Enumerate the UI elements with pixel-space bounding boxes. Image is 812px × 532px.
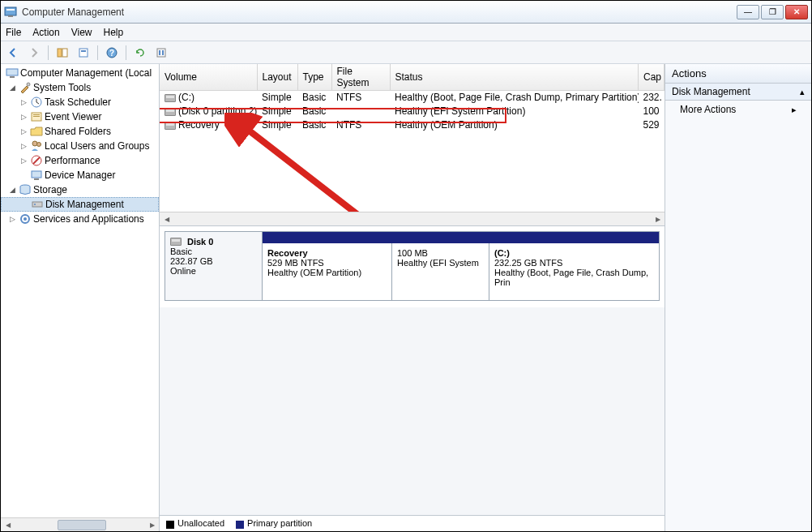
menu-help[interactable]: Help	[104, 27, 124, 38]
volume-row[interactable]: (C:) Simple Basic NTFS Healthy (Boot, Pa…	[160, 91, 665, 105]
svg-rect-23	[34, 178, 39, 180]
help-button[interactable]: ?	[103, 44, 121, 62]
partition-header-bar	[263, 232, 659, 243]
maximize-button[interactable]: ❐	[761, 5, 784, 19]
drive-icon	[165, 108, 176, 116]
drive-icon	[165, 122, 176, 130]
tree-system-tools[interactable]: ◢ System Tools	[1, 80, 159, 95]
tree-local-users[interactable]: ▷ Local Users and Groups	[1, 139, 159, 153]
device-icon	[30, 169, 43, 182]
drive-icon	[165, 94, 176, 102]
svg-rect-10	[159, 50, 160, 55]
close-button[interactable]: ✕	[785, 5, 808, 19]
svg-rect-22	[32, 171, 41, 178]
toolbar-button-5[interactable]	[152, 44, 170, 62]
svg-text:?: ?	[109, 49, 114, 58]
actions-group-disk-management[interactable]: Disk Management ▴	[665, 84, 811, 101]
tools-icon	[19, 81, 32, 94]
svg-rect-17	[33, 114, 40, 115]
svg-rect-25	[32, 202, 42, 207]
tree-shared-folders[interactable]: ▷ Shared Folders	[1, 124, 159, 139]
svg-rect-6	[81, 50, 86, 52]
tree-services[interactable]: ▷ Services and Applications	[1, 212, 159, 226]
svg-rect-12	[6, 69, 18, 75]
volume-row-highlighted[interactable]: Recovery Simple Basic NTFS Healthy (OEM …	[160, 118, 665, 132]
svg-point-19	[32, 141, 37, 146]
actions-pane: Actions Disk Management ▴ More Actions ▸	[665, 64, 811, 531]
storage-icon	[19, 183, 32, 196]
folder-share-icon	[30, 125, 43, 138]
menubar: File Action View Help	[1, 24, 811, 41]
forward-button[interactable]	[25, 44, 43, 62]
tree-task-scheduler[interactable]: ▷ Task Scheduler	[1, 95, 159, 109]
svg-point-26	[34, 204, 36, 205]
menu-action[interactable]: Action	[32, 27, 59, 38]
svg-rect-9	[157, 49, 165, 57]
show-hide-tree-button[interactable]	[53, 44, 71, 62]
partition-efi[interactable]: 100 MB Healthy (EFI System	[392, 243, 489, 300]
svg-rect-18	[33, 116, 40, 117]
svg-rect-11	[162, 50, 164, 55]
table-header-row: Volume Layout Type File System Status Ca…	[160, 64, 665, 91]
col-filesystem[interactable]: File System	[331, 64, 390, 91]
center-pane: Volume Layout Type File System Status Ca…	[160, 64, 665, 531]
disk-graphical-view: Disk 0 Basic 232.87 GB Online Recovery 5…	[160, 226, 665, 531]
collapse-icon: ▴	[800, 87, 805, 97]
disk-mgmt-icon	[31, 198, 44, 211]
minimize-button[interactable]: —	[737, 5, 759, 19]
disk-view-empty-area	[160, 307, 665, 515]
refresh-button[interactable]	[131, 44, 149, 62]
svg-rect-1	[6, 9, 15, 11]
tree-performance[interactable]: ▷ Performance	[1, 153, 159, 168]
actions-more-actions[interactable]: More Actions ▸	[665, 101, 811, 118]
chevron-right-icon: ▸	[792, 105, 797, 115]
users-icon	[30, 139, 43, 152]
tree-disk-management[interactable]: Disk Management	[1, 197, 159, 212]
tree-root[interactable]: Computer Management (Local	[1, 66, 159, 80]
volume-table: Volume Layout Type File System Status Ca…	[160, 64, 665, 132]
col-capacity[interactable]: Cap	[639, 64, 665, 91]
titlebar: Computer Management — ❐ ✕	[1, 1, 811, 24]
svg-rect-4	[62, 49, 67, 57]
tree-storage[interactable]: ◢ Storage	[1, 182, 159, 197]
clock-icon	[30, 96, 43, 109]
svg-point-14	[27, 83, 30, 86]
partition-recovery[interactable]: Recovery 529 MB NTFS Healthy (OEM Partit…	[263, 243, 392, 300]
svg-rect-13	[10, 76, 15, 78]
menu-file[interactable]: File	[6, 27, 21, 38]
actions-header: Actions	[665, 64, 811, 84]
tree-event-viewer[interactable]: ▷ Event Viewer	[1, 109, 159, 124]
col-type[interactable]: Type	[297, 64, 331, 91]
svg-point-20	[37, 143, 41, 147]
tree-pane: Computer Management (Local ◢ System Tool…	[1, 64, 160, 531]
col-status[interactable]: Status	[390, 64, 639, 91]
svg-rect-3	[58, 49, 62, 57]
app-icon	[4, 6, 17, 19]
partition-c[interactable]: (C:) 232.25 GB NTFS Healthy (Boot, Page …	[489, 243, 659, 300]
disk-row[interactable]: Disk 0 Basic 232.87 GB Online Recovery 5…	[165, 231, 660, 301]
back-button[interactable]	[4, 44, 22, 62]
volume-row[interactable]: (Disk 0 partition 2) Simple Basic Health…	[160, 105, 665, 118]
tree-device-manager[interactable]: Device Manager	[1, 168, 159, 182]
properties-button[interactable]	[75, 44, 92, 62]
services-icon	[19, 212, 32, 225]
col-volume[interactable]: Volume	[160, 64, 257, 91]
disk-icon	[170, 238, 182, 246]
col-layout[interactable]: Layout	[257, 64, 297, 91]
svg-rect-0	[5, 7, 16, 15]
toolbar: ?	[1, 41, 811, 64]
svg-rect-5	[79, 49, 88, 57]
computer-icon	[6, 66, 19, 79]
volume-hscrollbar[interactable]: ◀ ▶	[160, 212, 665, 225]
menu-view[interactable]: View	[71, 27, 92, 38]
svg-line-29	[241, 124, 362, 218]
legend: Unallocated Primary partition	[160, 515, 665, 531]
performance-icon	[30, 154, 43, 167]
tree-hscrollbar[interactable]: ◀ ▶	[1, 517, 159, 531]
disk-label: Disk 0 Basic 232.87 GB Online	[165, 232, 263, 300]
svg-rect-2	[8, 15, 13, 17]
event-icon	[30, 110, 43, 123]
window-title: Computer Management	[22, 6, 737, 18]
svg-point-28	[24, 217, 27, 221]
